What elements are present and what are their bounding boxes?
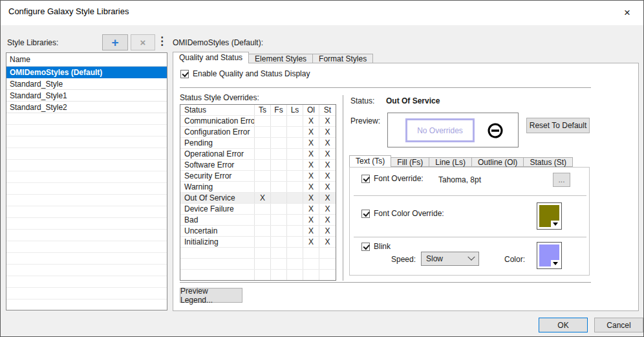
blink-color-picker[interactable] bbox=[537, 242, 562, 269]
override-mark-cell bbox=[271, 259, 287, 269]
table-row[interactable]: Operational ErrorXX bbox=[180, 149, 336, 160]
close-button[interactable]: × bbox=[616, 4, 638, 21]
override-mark-cell: X bbox=[319, 204, 336, 214]
font-browse-button[interactable]: ... bbox=[553, 173, 570, 187]
style-tab-text-ts[interactable]: Text (Ts) bbox=[349, 155, 391, 167]
table-row[interactable]: PendingXX bbox=[180, 138, 336, 149]
style-tab-fill-fs[interactable]: Fill (Fs) bbox=[391, 157, 429, 167]
override-mark-cell: X bbox=[319, 226, 336, 236]
override-mark-cell bbox=[255, 259, 271, 269]
column-header: Status bbox=[180, 105, 255, 115]
tab-quality-and-status[interactable]: Quality and Status bbox=[173, 52, 249, 63]
library-list-item[interactable]: Standard_Style2 bbox=[6, 102, 167, 113]
font-color-override-checkbox[interactable]: Font Color Override: bbox=[361, 209, 444, 218]
library-list-item[interactable]: Standard_Style1 bbox=[6, 90, 167, 102]
preview-legend-button[interactable]: Preview Legend... bbox=[180, 288, 242, 303]
blink-speed-select[interactable]: Slow bbox=[421, 252, 479, 266]
tab-element-styles[interactable]: Element Styles bbox=[249, 54, 313, 63]
text-style-group: Font Override: Tahoma, 8pt ... Font Colo… bbox=[349, 167, 590, 276]
main-tab-strip: Quality and StatusElement StylesFormat S… bbox=[173, 52, 373, 63]
status-cell: Out Of Service bbox=[180, 193, 255, 203]
override-mark-cell bbox=[287, 226, 303, 236]
out-of-service-icon bbox=[487, 122, 504, 139]
table-row[interactable]: Out Of ServiceXXX bbox=[180, 193, 336, 204]
cancel-button[interactable]: Cancel bbox=[594, 318, 643, 332]
status-overrides-table[interactable]: StatusTsFsLsOlSt Communication ErrorXXCo… bbox=[180, 104, 336, 281]
override-mark-cell bbox=[271, 160, 287, 170]
library-list-empty-area bbox=[6, 113, 167, 310]
color-dropdown-arrow[interactable] bbox=[551, 260, 559, 266]
speed-label: Speed: bbox=[391, 255, 416, 264]
ok-button[interactable]: OK bbox=[539, 318, 588, 332]
library-list-header: Name bbox=[6, 53, 167, 67]
status-label: Status: bbox=[350, 96, 374, 105]
enable-quality-status-checkbox[interactable]: Enable Quality and Status Display bbox=[180, 69, 310, 78]
chevron-down-icon bbox=[467, 254, 475, 261]
override-mark-cell bbox=[271, 182, 287, 192]
more-options-icon[interactable]: ⋮ bbox=[156, 35, 167, 48]
dialog-title: Configure Galaxy Style Libraries bbox=[8, 6, 129, 16]
font-color-swatch bbox=[539, 205, 559, 227]
override-mark-cell bbox=[287, 116, 303, 126]
blink-label: Blink bbox=[374, 242, 391, 251]
table-row[interactable]: WarningXX bbox=[180, 182, 336, 193]
override-mark-cell bbox=[287, 237, 303, 247]
override-mark-cell bbox=[303, 248, 319, 258]
library-list-item[interactable]: OMIDemoStyles (Default) bbox=[6, 67, 167, 78]
status-cell: Software Error bbox=[180, 160, 255, 170]
color-dropdown-arrow[interactable] bbox=[551, 221, 559, 227]
override-mark-cell bbox=[271, 138, 287, 148]
library-list-item[interactable]: Standard_Style bbox=[6, 78, 167, 90]
configure-galaxy-style-libraries-dialog: Configure Galaxy Style Libraries × Style… bbox=[0, 0, 644, 337]
quality-and-status-panel: Enable Quality and Status Display Status… bbox=[173, 63, 639, 311]
status-cell: Operational Error bbox=[180, 149, 255, 159]
override-mark-cell bbox=[319, 248, 336, 258]
style-tab-line-ls[interactable]: Line (Ls) bbox=[429, 157, 472, 167]
tab-format-styles[interactable]: Format Styles bbox=[313, 54, 373, 63]
table-row[interactable]: Device FailureXX bbox=[180, 204, 336, 215]
override-mark-cell: X bbox=[319, 215, 336, 225]
override-mark-cell bbox=[255, 149, 271, 159]
table-row[interactable]: Configuration ErrorXX bbox=[180, 127, 336, 138]
table-row[interactable]: Security ErrorXX bbox=[180, 171, 336, 182]
divider bbox=[180, 282, 591, 283]
override-mark-cell bbox=[255, 138, 271, 148]
override-mark-cell: X bbox=[319, 138, 336, 148]
status-cell: Pending bbox=[180, 138, 255, 148]
table-row[interactable]: Software ErrorXX bbox=[180, 160, 336, 171]
font-color-picker[interactable] bbox=[537, 202, 562, 230]
style-tab-outline-ol[interactable]: Outline (Ol) bbox=[472, 157, 524, 167]
status-value: Out Of Service bbox=[386, 96, 440, 105]
status-cell: Communication Error bbox=[180, 116, 255, 126]
checkbox-checked-icon bbox=[361, 210, 370, 218]
override-mark-cell bbox=[255, 204, 271, 214]
table-row[interactable]: UncertainXX bbox=[180, 226, 336, 237]
override-mark-cell bbox=[287, 259, 303, 269]
divider bbox=[180, 87, 591, 88]
override-mark-cell bbox=[287, 204, 303, 214]
override-mark-cell bbox=[287, 270, 303, 280]
down-arrow-icon bbox=[553, 262, 558, 265]
add-library-button[interactable]: + bbox=[102, 34, 128, 50]
override-mark-cell bbox=[287, 149, 303, 159]
override-mark-cell: X bbox=[319, 127, 336, 137]
override-mark-cell: X bbox=[319, 116, 336, 126]
table-row[interactable]: InitializingXX bbox=[180, 237, 336, 248]
blink-checkbox[interactable]: Blink bbox=[361, 242, 391, 251]
font-override-checkbox[interactable]: Font Override: bbox=[361, 174, 424, 183]
override-mark-cell: X bbox=[319, 193, 336, 203]
status-cell: Initializing bbox=[180, 237, 255, 247]
override-mark-cell bbox=[255, 248, 271, 258]
delete-library-button[interactable]: × bbox=[131, 34, 155, 50]
column-header: Ts bbox=[255, 105, 271, 115]
status-cell: Uncertain bbox=[180, 226, 255, 236]
override-mark-cell bbox=[271, 116, 287, 126]
reset-to-default-button[interactable]: Reset To Default bbox=[526, 118, 590, 133]
style-tab-status-st[interactable]: Status (St) bbox=[524, 157, 573, 167]
overrides-header-row: StatusTsFsLsOlSt bbox=[180, 105, 336, 116]
library-list[interactable]: Name OMIDemoStyles (Default)Standard_Sty… bbox=[6, 52, 167, 310]
override-mark-cell bbox=[271, 248, 287, 258]
table-row[interactable]: Communication ErrorXX bbox=[180, 116, 336, 127]
override-mark-cell bbox=[287, 248, 303, 258]
table-row[interactable]: BadXX bbox=[180, 215, 336, 226]
